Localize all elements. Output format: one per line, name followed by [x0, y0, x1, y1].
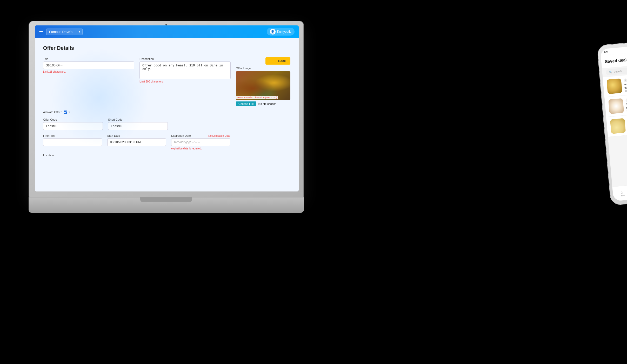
- short-code-input[interactable]: [108, 122, 168, 130]
- activate-checkbox[interactable]: [64, 111, 67, 114]
- home-icon: ⌂: [621, 190, 623, 194]
- deal-info-1: A August Any cocktail is free when order…: [624, 75, 627, 92]
- activate-row: Activate Offer : ℹ: [43, 110, 290, 114]
- chevron-down-icon: ▾: [79, 30, 80, 33]
- phone-saved-deals: 9:41 ▪▪▪ ⊙ ▮ Saved deals ⚙ 🔍 Search: [597, 38, 627, 206]
- offer-image-section: Offer Image Recommended dimension (300 x…: [236, 67, 290, 106]
- start-date-group: Start Date: [107, 134, 166, 150]
- title-label: Title: [43, 57, 134, 60]
- deal-image-2: [608, 98, 624, 114]
- desc-limit: Limit 300 characters.: [139, 80, 231, 83]
- page-title: Offer Details: [43, 45, 290, 51]
- search-placeholder: Search: [613, 70, 622, 73]
- offer-code-label: Offer Code: [43, 118, 103, 121]
- deal-image-3: [610, 118, 626, 134]
- deal-store-2: ✕ Foodoso: [625, 95, 627, 102]
- deal-card-1[interactable]: A August Any cocktail is free when order…: [603, 71, 627, 97]
- title-group: Title Limit 25 characters.: [43, 57, 134, 106]
- store-icon-1: A: [624, 78, 627, 82]
- phone-back-bottom-nav: ⌂ Home ⊞ Map 🔖 Saved ≡ My deals: [612, 180, 627, 201]
- laptop-base: [29, 197, 304, 213]
- file-choose-row: Choose File No file chosen: [236, 101, 290, 106]
- desc-label: Description: [139, 57, 231, 60]
- activate-label: Activate Offer :: [43, 111, 62, 114]
- offer-image-label: Offer Image: [236, 67, 290, 70]
- screen-bezel: ☰ Famous Dave's ▾ 👤 Kuniyeatic Offer Det…: [35, 25, 299, 191]
- deal-info-2: ✕ Foodoso Save half the cost of any past…: [625, 95, 627, 112]
- deal-distance-1: 920 m: [625, 90, 627, 92]
- description-group: Description Offer good on any Feast. $10…: [139, 57, 231, 106]
- expiry-error: expiration date is required.: [171, 147, 230, 150]
- topbar: ☰ Famous Dave's ▾ 👤 Kuniyeatic: [35, 25, 299, 38]
- no-expiry-label: No Expiration Date: [208, 134, 230, 137]
- short-code-label: Short Code: [108, 118, 168, 121]
- deal-image-1: [606, 78, 622, 94]
- avatar: 👤: [270, 29, 276, 35]
- status-time: 9:41: [604, 50, 609, 53]
- no-file-text: No file chosen: [258, 102, 277, 105]
- offer-code-group: Offer Code: [43, 118, 103, 130]
- start-date-input[interactable]: [107, 138, 166, 146]
- search-icon: 🔍: [609, 71, 612, 74]
- title-limit: Limit 25 characters.: [43, 70, 134, 73]
- fine-print-group: Fine Print: [43, 134, 102, 150]
- desc-textarea[interactable]: Offer good on any Feast. $10 off on Dine…: [139, 61, 231, 79]
- dimension-hint: Recommended dimension (300 x 700): [236, 96, 278, 99]
- location-section-label: Location: [43, 154, 290, 157]
- user-badge[interactable]: 👤 Kuniyeatic: [267, 28, 295, 36]
- code-row: Offer Code Short Code: [43, 118, 168, 130]
- saved-deals-title: Saved deals: [605, 57, 627, 64]
- laptop-screen: ☰ Famous Dave's ▾ 👤 Kuniyeatic Offer Det…: [35, 25, 299, 191]
- back-arrow-icon: ←: [270, 59, 273, 63]
- form-top-grid: Title Limit 25 characters. Description O…: [43, 57, 290, 106]
- store-selector[interactable]: Famous Dave's ▾: [46, 29, 83, 35]
- offer-code-input[interactable]: [43, 122, 103, 130]
- nav-home-label: Home: [620, 195, 625, 197]
- laptop-body: ☰ Famous Dave's ▾ 👤 Kuniyeatic Offer Det…: [29, 21, 304, 197]
- back-label: ← Back: [274, 59, 286, 63]
- store-icon-2: ✕: [625, 98, 627, 102]
- expiration-input[interactable]: [171, 138, 230, 146]
- laptop: ☰ Famous Dave's ▾ 👤 Kuniyeatic Offer Det…: [29, 21, 304, 213]
- choose-file-button[interactable]: Choose File: [236, 101, 256, 106]
- store-name: Famous Dave's: [49, 30, 72, 34]
- nav-home[interactable]: ⌂ Home: [619, 190, 625, 197]
- expiration-group: Expiration Date No Expiration Date expir…: [171, 134, 230, 150]
- fine-print-input[interactable]: [43, 138, 102, 146]
- phone-back-screen: 9:41 ▪▪▪ ⊙ ▮ Saved deals ⚙ 🔍 Search: [600, 43, 627, 201]
- date-row: Fine Print Start Date Expiration Date No…: [43, 134, 230, 150]
- expiration-label: Expiration Date: [171, 134, 191, 137]
- info-icon[interactable]: ℹ: [69, 110, 70, 114]
- offer-image-box: Recommended dimension (300 x 700): [236, 71, 290, 100]
- start-date-label: Start Date: [107, 134, 166, 137]
- short-code-group: Short Code: [108, 118, 168, 130]
- title-input[interactable]: [43, 61, 134, 69]
- laptop-notch: [140, 197, 192, 202]
- back-button[interactable]: ← ← Back: [265, 57, 290, 65]
- screen-content: Offer Details Title Limit 25 characters.…: [35, 38, 299, 191]
- hamburger-icon[interactable]: ☰: [39, 29, 43, 35]
- user-name: Kuniyeatic: [277, 30, 291, 33]
- fine-print-label: Fine Print: [43, 134, 102, 137]
- deal-store-1: A August: [624, 75, 627, 82]
